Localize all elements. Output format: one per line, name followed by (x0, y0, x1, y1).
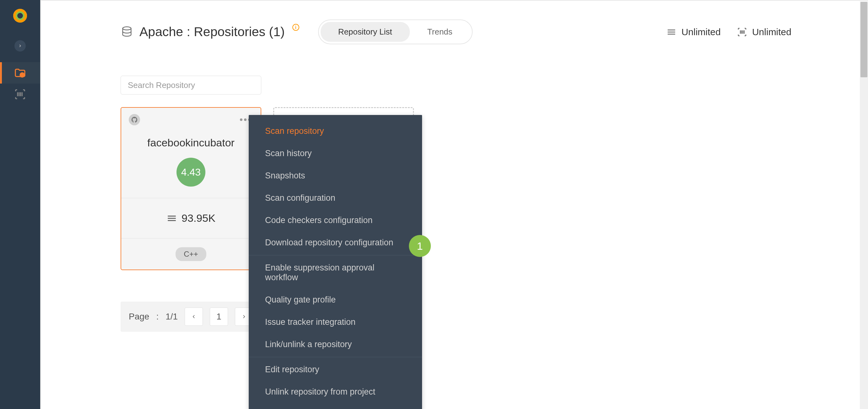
page-label: Page (129, 312, 149, 322)
main-content: Apache : Repositories (1) i Repository L… (40, 0, 868, 409)
menu-divider (249, 357, 422, 357)
menu-unlink-repository[interactable]: Unlink repository from project (249, 381, 422, 403)
barcode-icon (737, 27, 747, 37)
menu-quality-gate-profile[interactable]: Quality gate profile (249, 289, 422, 311)
tab-repository-list[interactable]: Repository List (321, 22, 410, 42)
menu-snapshots[interactable]: Snapshots (249, 165, 422, 187)
folder-icon: P (14, 67, 26, 79)
search-wrap (121, 76, 868, 94)
card-head (121, 108, 261, 125)
repo-context-menu: Scan repository Scan history Snapshots S… (249, 115, 422, 409)
repo-metric: 93.95K (121, 198, 261, 238)
lines-icon (166, 213, 177, 224)
page-range: 1/1 (165, 312, 178, 322)
menu-delete-repository[interactable]: Delete repository permanently (249, 403, 422, 409)
repo-score-badge: 4.43 (177, 158, 206, 186)
step-badge: 1 (409, 235, 431, 257)
page-prev-button[interactable] (185, 308, 203, 326)
repo-metric-value: 93.95K (182, 212, 215, 224)
chevron-left-icon (191, 314, 196, 319)
title-wrap: Apache : Repositories (1) i (121, 25, 299, 39)
svg-point-6 (123, 27, 131, 30)
barcode-icon (14, 88, 26, 100)
scrollbar-thumb[interactable] (861, 2, 867, 77)
scans-quota: Unlimited (737, 27, 792, 37)
sidebar-expand-button[interactable] (14, 40, 26, 52)
github-icon (129, 114, 140, 125)
repo-lang-row: C++ (121, 238, 261, 269)
svg-text:P: P (21, 73, 24, 77)
menu-scan-history[interactable]: Scan history (249, 142, 422, 165)
app-logo (13, 9, 27, 23)
menu-code-checkers-configuration[interactable]: Code checkers configuration (249, 209, 422, 232)
sidebar: P (0, 0, 40, 409)
sidebar-item-projects[interactable]: P (0, 62, 40, 84)
repo-cards: facebookincubator 4.43 93.95K C++ (121, 107, 868, 270)
tab-trends[interactable]: Trends (410, 22, 470, 42)
repo-lang-chip: C++ (176, 247, 206, 261)
menu-enable-suppression-workflow[interactable]: Enable suppression approval workflow (249, 257, 422, 289)
sidebar-item-scans[interactable] (0, 84, 40, 105)
lines-quota-label: Unlimited (681, 27, 721, 37)
database-icon (121, 26, 133, 38)
menu-download-repo-configuration[interactable]: Download repository configuration (249, 232, 422, 254)
menu-link-unlink-repository[interactable]: Link/unlink a repository (249, 333, 422, 356)
page-header: Apache : Repositories (1) i Repository L… (41, 1, 868, 44)
view-tabs: Repository List Trends (318, 20, 473, 44)
info-icon[interactable]: i (292, 24, 299, 31)
scrollbar-track[interactable] (860, 1, 868, 409)
github-logo-icon (131, 116, 138, 123)
menu-divider (249, 255, 422, 255)
repo-card[interactable]: facebookincubator 4.43 93.95K C++ (121, 107, 261, 270)
chevron-right-icon (18, 43, 22, 48)
lines-icon (666, 27, 676, 37)
menu-scan-repository[interactable]: Scan repository (249, 120, 422, 142)
menu-edit-repository[interactable]: Edit repository (249, 358, 422, 381)
search-input[interactable] (121, 76, 261, 94)
lines-quota: Unlimited (666, 27, 721, 37)
page-current[interactable]: 1 (210, 308, 228, 326)
menu-issue-tracker-integration[interactable]: Issue tracker integration (249, 311, 422, 333)
page-title: Apache : Repositories (1) (140, 25, 285, 39)
page-sep: : (156, 312, 159, 322)
menu-scan-configuration[interactable]: Scan configuration (249, 187, 422, 209)
chevron-right-icon (241, 314, 247, 319)
repo-name: facebookincubator (121, 137, 261, 149)
scans-quota-label: Unlimited (752, 27, 792, 37)
header-right: Unlimited Unlimited (666, 27, 792, 37)
pagination: Page : 1/1 1 (121, 301, 261, 332)
